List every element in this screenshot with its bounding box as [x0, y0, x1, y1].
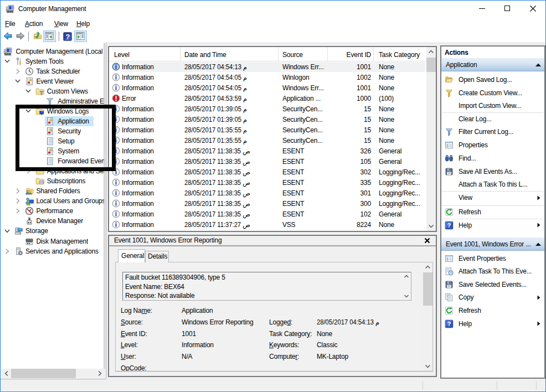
svg-text:?: ?: [65, 33, 70, 41]
svg-text:?: ?: [447, 321, 451, 327]
svg-text:?: ?: [447, 222, 451, 229]
